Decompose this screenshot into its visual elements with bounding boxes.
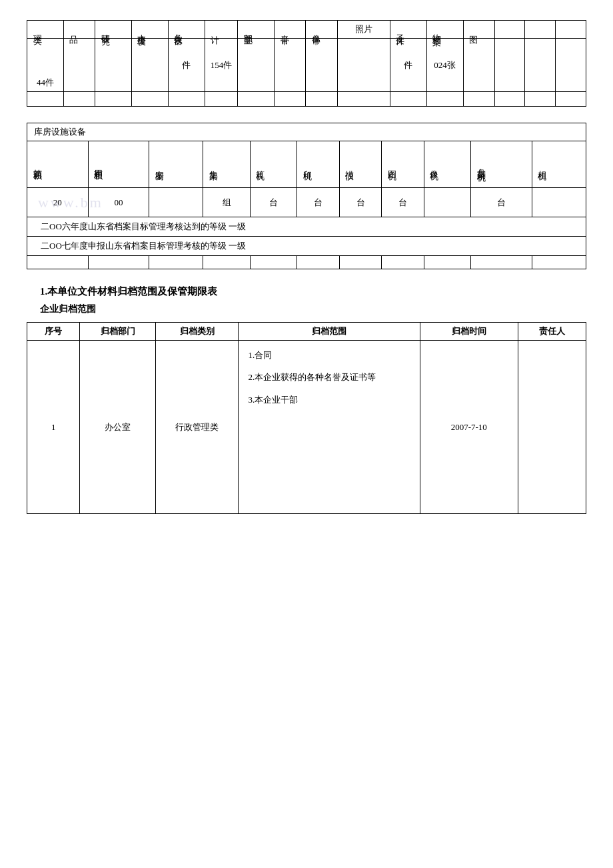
wh-data-yongmianji: 00 — [88, 188, 149, 217]
notice-2: 二OO七年度申报山东省档案目标管理考核的等级 一级 — [27, 237, 586, 256]
col-wudang: 物档案 — [426, 21, 463, 39]
data-ji: 154件 — [205, 39, 238, 92]
data-e1 — [494, 39, 525, 92]
col-empty2 — [525, 21, 556, 39]
wh-data-panke: 台 — [471, 188, 532, 217]
data-xiangdai — [306, 39, 337, 92]
wh-col-xiangji2: 相机 — [532, 141, 586, 188]
warehouse-table: 库房设施设备 筑面积 用面积 案橱 集架 算机 印机 描仪 — [27, 123, 586, 269]
wh-empty-6 — [297, 256, 339, 269]
wh-data-yinji: 台 — [297, 188, 339, 217]
wh-data-miaoyi: 台 — [339, 188, 381, 217]
empty-row-11 — [390, 92, 426, 107]
th-person: 责任人 — [518, 323, 586, 341]
col-tu: 图 — [463, 21, 494, 39]
col-ziwenjian: 子文件 — [390, 21, 426, 39]
wh-empty-7 — [339, 256, 381, 269]
col-zhaopian: 照片 — [337, 21, 390, 39]
col-jianshe: 本建设 — [131, 21, 168, 39]
wh-data-xiangji2 — [532, 188, 586, 217]
data-pin — [63, 39, 95, 92]
empty-row-9 — [306, 92, 337, 107]
wh-empty-5 — [250, 256, 297, 269]
warehouse-section: 库房设施设备 筑面积 用面积 案橱 集架 算机 印机 描仪 — [27, 123, 586, 269]
col-zhigong: 部职工 — [238, 21, 275, 39]
wh-col-tuji: 图机 — [382, 141, 424, 188]
section-title-area: 1.本单位文件材料归档范围及保管期限表 企业归档范围 序号 归档部门 归档类别 … — [27, 285, 586, 514]
data-e3 — [556, 39, 586, 92]
col-pin: 品 — [63, 21, 95, 39]
sub-title: 企业归档范围 — [27, 303, 586, 315]
empty-row-1 — [27, 92, 64, 107]
th-time: 归档时间 — [420, 323, 518, 341]
empty-row-7 — [238, 92, 275, 107]
col-yiqi: 备仪器 — [168, 21, 205, 39]
empty-row-12 — [426, 92, 463, 107]
col-yindai: 音带 — [275, 21, 306, 39]
empty-row-13 — [463, 92, 494, 107]
empty-row-15 — [525, 92, 556, 107]
wh-col-yinji: 印机 — [297, 141, 339, 188]
empty-row-14 — [494, 92, 525, 107]
wh-col-suanji: 算机 — [250, 141, 297, 188]
data-e2 — [525, 39, 556, 92]
wh-empty-11 — [532, 256, 586, 269]
archive-types-table: 理类 品 技研究 本建设 备仪器 计 部职工 音带 — [27, 20, 586, 107]
wh-data-anchu — [149, 188, 203, 217]
wh-col-anchú: 案橱 — [149, 141, 203, 188]
data-yindai — [275, 39, 306, 92]
wh-empty-9 — [424, 256, 471, 269]
data-jishu — [95, 39, 132, 92]
col-leilei: 理类 — [27, 21, 64, 39]
th-category: 归档类别 — [155, 323, 239, 341]
wh-col-miaoyi: 描仪 — [339, 141, 381, 188]
wh-col-jijia: 集架 — [203, 141, 251, 188]
wh-col-xiangji: 像机 — [424, 141, 471, 188]
cell-seq: 1 — [27, 341, 80, 514]
wh-empty-3 — [149, 256, 203, 269]
cell-category: 行政管理类 — [155, 341, 239, 514]
wh-col-zhumianji: 筑面积 — [27, 141, 89, 188]
wh-data-jijia: 组 — [203, 188, 251, 217]
wh-empty-2 — [88, 256, 149, 269]
wh-data-suanji: 台 — [250, 188, 297, 217]
data-yiqi: 件 — [168, 39, 205, 92]
table-row: 1 办公室 行政管理类 1.合同 2.本企业获得的各种名誉及证书等 3.本企业干… — [27, 341, 586, 514]
wh-empty-8 — [382, 256, 424, 269]
notice-1: 二OO六年度山东省档案目标管理考核达到的等级 一级 — [27, 217, 586, 237]
col-empty3 — [556, 21, 586, 39]
data-tu — [463, 39, 494, 92]
wh-data-tuji: 台 — [382, 188, 424, 217]
archive-scope-table: 序号 归档部门 归档类别 归档范围 归档时间 责任人 1 办公室 行政管理类 1… — [27, 322, 586, 514]
empty-row-6 — [205, 92, 238, 107]
empty-row-8 — [275, 92, 306, 107]
data-zhaopian — [337, 39, 390, 92]
empty-row-5 — [168, 92, 205, 107]
col-empty1 — [494, 21, 525, 39]
section-title: 1.本单位文件材料归档范围及保管期限表 — [27, 285, 586, 298]
wh-empty-10 — [471, 256, 532, 269]
col-jishu: 技研究 — [95, 21, 132, 39]
wh-empty-4 — [203, 256, 251, 269]
wh-data-zhumianji: 20 www.bm — [27, 188, 89, 217]
archive-types-section: 理类 品 技研究 本建设 备仪器 计 部职工 音带 — [27, 20, 586, 107]
th-scope: 归档范围 — [239, 323, 420, 341]
empty-row-4 — [131, 92, 168, 107]
cell-person — [518, 341, 586, 514]
th-seq: 序号 — [27, 323, 80, 341]
wh-col-yongmianji: 用面积 — [88, 141, 149, 188]
wh-empty-1 — [27, 256, 89, 269]
cell-scope: 1.合同 2.本企业获得的各种名誉及证书等 3.本企业干部 — [239, 341, 420, 514]
data-ziwenjian: 件 — [390, 39, 426, 92]
warehouse-title: 库房设施设备 — [27, 123, 586, 141]
data-wudang: 024张 — [426, 39, 463, 92]
col-xiangdai: 像带 — [306, 21, 337, 39]
empty-row-3 — [95, 92, 132, 107]
data-zhigong — [238, 39, 275, 92]
data-leilei: 44件 — [27, 39, 64, 92]
empty-row-2 — [63, 92, 95, 107]
wh-col-panke: 盘刻录机 — [471, 141, 532, 188]
th-dept: 归档部门 — [80, 323, 155, 341]
cell-dept: 办公室 — [80, 341, 155, 514]
cell-time: 2007-7-10 — [420, 341, 518, 514]
